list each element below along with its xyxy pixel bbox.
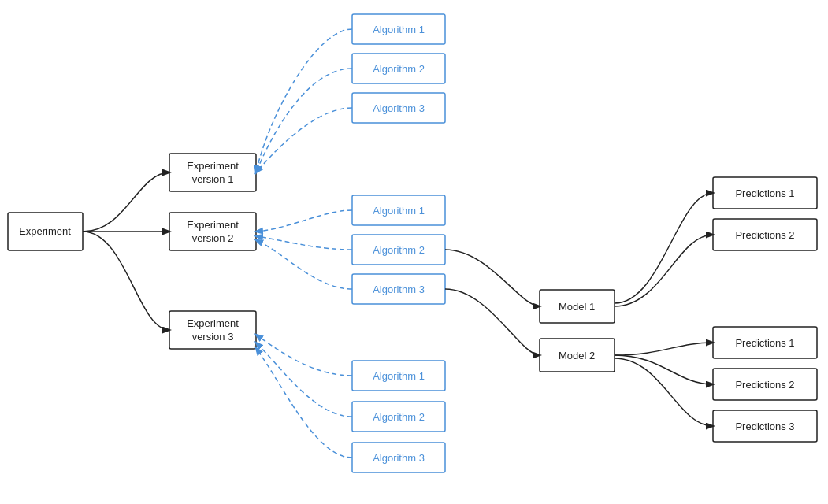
alg2-v3: Algorithm 2 [373,411,425,423]
alg3-v3: Algorithm 3 [373,452,425,464]
model2-label: Model 2 [559,350,595,361]
model1-label: Model 1 [559,301,595,313]
experiment-label: Experiment [19,225,71,237]
pred1-m2: Predictions 1 [735,337,794,349]
exp-v1-label2: version 1 [192,173,234,185]
exp-v1-label: Experiment [187,160,239,172]
alg2-v2: Algorithm 2 [373,244,425,256]
pred3-m2: Predictions 3 [735,421,794,432]
alg1-v2: Algorithm 1 [373,205,425,217]
pred2-m2: Predictions 2 [735,379,794,391]
exp-v3-label2: version 3 [192,331,234,343]
alg3-v1: Algorithm 3 [373,102,425,114]
pred2-m1: Predictions 2 [735,229,794,241]
exp-v2-label: Experiment [187,219,239,231]
exp-v2-label2: version 2 [192,232,234,244]
exp-v3-label: Experiment [187,317,239,329]
alg3-v2: Algorithm 3 [373,284,425,295]
alg2-v1: Algorithm 2 [373,63,425,75]
alg1-v1: Algorithm 1 [373,24,425,35]
pred1-m1: Predictions 1 [735,187,794,199]
alg1-v3: Algorithm 1 [373,370,425,382]
